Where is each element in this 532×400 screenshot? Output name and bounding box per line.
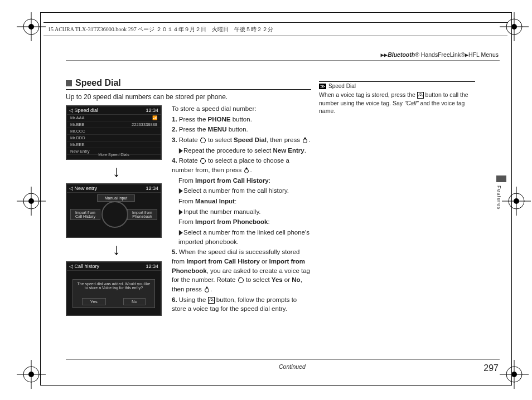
step-4-h1: From Import from Call History: <box>172 176 311 186</box>
header-rule <box>43 22 507 23</box>
section-title-text: Speed Dial <box>75 78 121 88</box>
svg-point-27 <box>245 169 249 173</box>
running-header: 15 ACURA TLX-31TZ36000.book 297 ページ ２０１４… <box>48 26 273 33</box>
breadcrumb-c: HFL Menus <box>468 51 499 58</box>
chevron-icon: ≫ <box>319 84 326 89</box>
down-arrow-icon: ↓ <box>66 241 167 258</box>
step-4-h3: From Import from Phonebook: <box>172 217 311 227</box>
continued-label: Continued <box>279 363 306 370</box>
push-knob-icon <box>204 286 210 293</box>
separator <box>66 60 500 61</box>
tab-marker <box>496 175 506 182</box>
import-phonebook-button: Import from Phonebook <box>127 209 157 220</box>
section-tab: Features <box>496 175 509 206</box>
steps-column: To store a speed dial number: 1. Press t… <box>172 104 311 314</box>
step-3-sub: ▶Repeat the procedure to select New Entr… <box>172 146 311 155</box>
screen-call-history: ◁ Call history12:34 The speed dial was a… <box>66 261 162 316</box>
page-number: 297 <box>483 363 499 373</box>
screen1-time: 12:34 <box>146 108 158 113</box>
rotate-knob-icon <box>200 158 206 164</box>
intro-text: Up to 20 speed dial numbers can be store… <box>66 93 311 101</box>
crop-mark-icon <box>500 360 529 389</box>
step-2: 2. Press the MENU button. <box>172 125 311 134</box>
triangle-right-icon: ▶ <box>179 146 182 155</box>
side-note-title: Speed Dial <box>328 83 356 89</box>
step-4-l2: ▶Input the number manually. <box>172 207 311 217</box>
list-item: Mr.AAA <box>70 115 84 120</box>
talk-button-icon <box>417 92 424 99</box>
step-4-l1: ▶Select a number from the call history. <box>172 186 311 196</box>
list-item: Mr.DDD <box>70 135 85 140</box>
screen-new-entry: ◁ New entry12:34 Manual Input Import fro… <box>66 183 162 238</box>
screens-column: ◁ Speed dial12:34 Mr.AAA📶 Mr.BBB22233338… <box>66 104 167 317</box>
rotate-knob-icon <box>200 137 206 144</box>
section-title: Speed Dial <box>66 78 311 90</box>
screen2-title: New entry <box>75 186 98 191</box>
screen1-title: Speed dial <box>75 108 99 113</box>
footer-rule <box>66 359 500 360</box>
crop-mark-icon <box>17 360 46 389</box>
manual-input-button: Manual Input <box>97 194 135 202</box>
side-note-body: When a voice tag is stored, press the bu… <box>319 91 475 115</box>
crop-mark-icon <box>17 12 46 41</box>
import-history-button: Import from Call History <box>70 209 100 220</box>
svg-point-29 <box>205 289 209 292</box>
side-note-header: ≫ Speed Dial <box>319 81 475 89</box>
svg-point-33 <box>420 95 421 96</box>
down-arrow-icon: ↓ <box>66 163 167 180</box>
breadcrumb: ▶▶Bluetooth® HandsFreeLink®▶HFL Menus <box>381 51 499 58</box>
screen3-time: 12:34 <box>146 264 158 269</box>
popup: The speed dial was added. Would you like… <box>72 279 155 308</box>
breadcrumb-a: Bluetooth <box>388 51 415 58</box>
talk-button-icon <box>208 297 215 304</box>
list-number: 22233338888 <box>132 122 157 127</box>
yes-button: Yes <box>82 298 106 305</box>
svg-point-25 <box>303 139 307 143</box>
rotate-knob-icon <box>238 277 244 284</box>
breadcrumb-b: HandsFreeLink® <box>421 51 465 58</box>
step-4-l3: ▶Select a number from the linked cell ph… <box>172 228 311 246</box>
push-knob-icon <box>302 137 308 144</box>
chevron-right-icon: ▶▶ <box>381 51 388 58</box>
screen3-title: Call history <box>75 264 100 269</box>
crop-mark-icon <box>500 12 529 41</box>
header-rule <box>43 36 507 36</box>
triangle-right-icon: ▶ <box>179 228 182 237</box>
popup-message: The speed dial was added. Would you like… <box>76 282 151 290</box>
screen1-footer: More Speed Dials <box>67 153 161 157</box>
triangle-right-icon: ▶ <box>179 207 182 217</box>
crop-mark-icon <box>17 187 46 216</box>
side-note: ≫ Speed Dial When a voice tag is stored,… <box>319 81 475 115</box>
main-column: Speed Dial Up to 20 speed dial numbers c… <box>66 78 311 317</box>
square-bullet-icon <box>66 80 72 86</box>
dial-icon <box>101 201 128 228</box>
step-3: 3. Rotate to select Speed Dial, then pre… <box>172 135 311 145</box>
push-knob-icon <box>243 167 250 174</box>
step-1: 1. Press the PHONE button. <box>172 115 311 124</box>
screen-speed-dial: ◁ Speed dial12:34 Mr.AAA📶 Mr.BBB22233338… <box>66 105 162 160</box>
svg-point-31 <box>211 300 212 301</box>
list-item: Mr.CCC <box>70 129 85 134</box>
step-4-h2: From Manual Input: <box>172 197 311 206</box>
lead-text: To store a speed dial number: <box>172 104 311 114</box>
list-item: Mr.EEE <box>70 142 84 147</box>
tab-label: Features <box>496 186 502 210</box>
list-item: Mr.BBB <box>70 122 84 127</box>
screen2-time: 12:34 <box>146 186 158 191</box>
step-5: 5. When the speed dial is successfully s… <box>172 247 311 294</box>
no-button: No <box>123 298 146 305</box>
step-6: 6. Using the button, follow the prompts … <box>172 295 311 314</box>
step-4: 4. Rotate to select a place to choose a … <box>172 156 311 174</box>
triangle-right-icon: ▶ <box>179 186 182 196</box>
